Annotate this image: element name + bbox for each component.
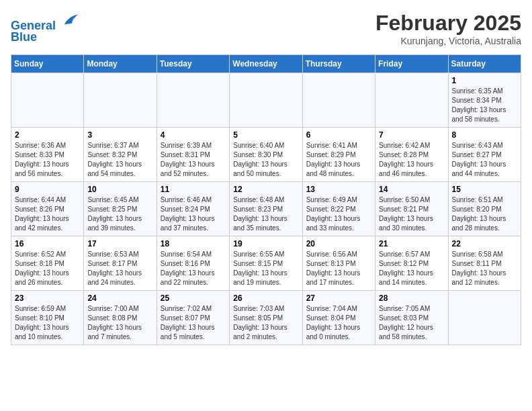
day-number: 7	[379, 130, 444, 140]
day-number: 14	[379, 185, 444, 194]
day-number: 24	[87, 293, 152, 303]
month-title: February 2025	[375, 11, 521, 36]
logo: General Blue	[11, 11, 79, 44]
day-info: Sunrise: 6:50 AM Sunset: 8:21 PM Dayligh…	[379, 195, 444, 233]
day-number: 25	[161, 293, 226, 303]
day-number: 5	[233, 130, 298, 140]
day-number: 11	[161, 185, 226, 194]
calendar-cell	[157, 73, 229, 128]
calendar-cell: 2Sunrise: 6:36 AM Sunset: 8:33 PM Daylig…	[11, 128, 84, 182]
day-number: 17	[87, 239, 152, 248]
page-header: General Blue February 2025 Kurunjang, Vi…	[11, 11, 521, 46]
calendar-week-1: 1Sunrise: 6:35 AM Sunset: 8:34 PM Daylig…	[11, 73, 521, 128]
day-info: Sunrise: 6:45 AM Sunset: 8:25 PM Dayligh…	[87, 195, 152, 233]
calendar-cell: 19Sunrise: 6:55 AM Sunset: 8:15 PM Dayli…	[230, 236, 302, 291]
calendar-cell: 26Sunrise: 7:03 AM Sunset: 8:05 PM Dayli…	[230, 291, 302, 345]
calendar-cell: 5Sunrise: 6:40 AM Sunset: 8:30 PM Daylig…	[230, 128, 302, 182]
day-info: Sunrise: 6:37 AM Sunset: 8:32 PM Dayligh…	[87, 141, 152, 179]
calendar-cell: 9Sunrise: 6:44 AM Sunset: 8:26 PM Daylig…	[11, 182, 84, 236]
day-info: Sunrise: 6:35 AM Sunset: 8:34 PM Dayligh…	[452, 87, 517, 124]
day-number: 13	[306, 185, 371, 194]
day-info: Sunrise: 7:03 AM Sunset: 8:05 PM Dayligh…	[233, 304, 298, 342]
calendar-cell: 4Sunrise: 6:39 AM Sunset: 8:31 PM Daylig…	[157, 128, 229, 182]
day-number: 2	[15, 130, 80, 140]
day-info: Sunrise: 6:48 AM Sunset: 8:23 PM Dayligh…	[233, 195, 298, 233]
calendar-cell	[11, 73, 84, 128]
calendar-cell: 16Sunrise: 6:52 AM Sunset: 8:18 PM Dayli…	[11, 236, 84, 291]
weekday-header-thursday: Thursday	[302, 55, 375, 73]
calendar-week-5: 23Sunrise: 6:59 AM Sunset: 8:10 PM Dayli…	[11, 291, 521, 345]
day-info: Sunrise: 6:43 AM Sunset: 8:27 PM Dayligh…	[452, 141, 517, 179]
day-number: 19	[233, 239, 298, 248]
calendar-cell: 21Sunrise: 6:57 AM Sunset: 8:12 PM Dayli…	[375, 236, 448, 291]
day-info: Sunrise: 6:46 AM Sunset: 8:24 PM Dayligh…	[161, 195, 226, 233]
calendar-cell: 6Sunrise: 6:41 AM Sunset: 8:29 PM Daylig…	[302, 128, 375, 182]
calendar-cell: 1Sunrise: 6:35 AM Sunset: 8:34 PM Daylig…	[448, 73, 521, 128]
calendar-week-4: 16Sunrise: 6:52 AM Sunset: 8:18 PM Dayli…	[11, 236, 521, 291]
day-info: Sunrise: 6:42 AM Sunset: 8:28 PM Dayligh…	[379, 141, 444, 179]
day-info: Sunrise: 6:41 AM Sunset: 8:29 PM Dayligh…	[306, 141, 371, 179]
day-number: 3	[87, 130, 152, 140]
calendar-cell: 10Sunrise: 6:45 AM Sunset: 8:25 PM Dayli…	[84, 182, 157, 236]
day-info: Sunrise: 6:44 AM Sunset: 8:26 PM Dayligh…	[15, 195, 80, 233]
calendar-cell: 27Sunrise: 7:04 AM Sunset: 8:04 PM Dayli…	[302, 291, 375, 345]
day-number: 15	[452, 185, 517, 194]
calendar-cell	[230, 73, 302, 128]
day-info: Sunrise: 6:52 AM Sunset: 8:18 PM Dayligh…	[15, 250, 80, 287]
day-info: Sunrise: 6:40 AM Sunset: 8:30 PM Dayligh…	[233, 141, 298, 179]
weekday-header-sunday: Sunday	[11, 55, 84, 73]
calendar-cell: 20Sunrise: 6:56 AM Sunset: 8:13 PM Dayli…	[302, 236, 375, 291]
calendar-cell	[84, 73, 157, 128]
day-number: 8	[452, 130, 517, 140]
location: Kurunjang, Victoria, Australia	[375, 36, 521, 46]
day-number: 6	[306, 130, 371, 140]
calendar-cell: 24Sunrise: 7:00 AM Sunset: 8:08 PM Dayli…	[84, 291, 157, 345]
calendar-cell: 18Sunrise: 6:54 AM Sunset: 8:16 PM Dayli…	[157, 236, 229, 291]
day-number: 21	[379, 239, 444, 248]
calendar-cell: 14Sunrise: 6:50 AM Sunset: 8:21 PM Dayli…	[375, 182, 448, 236]
day-number: 20	[306, 239, 371, 248]
day-info: Sunrise: 6:54 AM Sunset: 8:16 PM Dayligh…	[161, 250, 226, 287]
day-number: 10	[87, 185, 152, 194]
calendar-cell: 25Sunrise: 7:02 AM Sunset: 8:07 PM Dayli…	[157, 291, 229, 345]
day-number: 26	[233, 293, 298, 303]
calendar-cell: 28Sunrise: 7:05 AM Sunset: 8:03 PM Dayli…	[375, 291, 448, 345]
calendar-cell: 23Sunrise: 6:59 AM Sunset: 8:10 PM Dayli…	[11, 291, 84, 345]
day-info: Sunrise: 6:57 AM Sunset: 8:12 PM Dayligh…	[379, 250, 444, 287]
day-number: 4	[161, 130, 226, 140]
day-info: Sunrise: 6:55 AM Sunset: 8:15 PM Dayligh…	[233, 250, 298, 287]
calendar-week-3: 9Sunrise: 6:44 AM Sunset: 8:26 PM Daylig…	[11, 182, 521, 236]
calendar-cell: 12Sunrise: 6:48 AM Sunset: 8:23 PM Dayli…	[230, 182, 302, 236]
calendar-cell: 22Sunrise: 6:58 AM Sunset: 8:11 PM Dayli…	[448, 236, 521, 291]
calendar-cell	[448, 291, 521, 345]
calendar-cell	[375, 73, 448, 128]
calendar-cell: 11Sunrise: 6:46 AM Sunset: 8:24 PM Dayli…	[157, 182, 229, 236]
day-number: 23	[15, 293, 80, 303]
calendar-cell: 3Sunrise: 6:37 AM Sunset: 8:32 PM Daylig…	[84, 128, 157, 182]
day-number: 16	[15, 239, 80, 248]
day-info: Sunrise: 6:58 AM Sunset: 8:11 PM Dayligh…	[452, 250, 517, 287]
weekday-header-wednesday: Wednesday	[230, 55, 302, 73]
calendar-week-2: 2Sunrise: 6:36 AM Sunset: 8:33 PM Daylig…	[11, 128, 521, 182]
calendar-cell: 8Sunrise: 6:43 AM Sunset: 8:27 PM Daylig…	[448, 128, 521, 182]
day-info: Sunrise: 6:56 AM Sunset: 8:13 PM Dayligh…	[306, 250, 371, 287]
day-number: 12	[233, 185, 298, 194]
day-info: Sunrise: 7:02 AM Sunset: 8:07 PM Dayligh…	[161, 304, 226, 342]
day-info: Sunrise: 6:39 AM Sunset: 8:31 PM Dayligh…	[161, 141, 226, 179]
day-info: Sunrise: 6:51 AM Sunset: 8:20 PM Dayligh…	[452, 195, 517, 233]
weekday-header-row: SundayMondayTuesdayWednesdayThursdayFrid…	[11, 55, 521, 73]
day-info: Sunrise: 7:05 AM Sunset: 8:03 PM Dayligh…	[379, 304, 444, 342]
calendar-cell: 15Sunrise: 6:51 AM Sunset: 8:20 PM Dayli…	[448, 182, 521, 236]
calendar-cell: 7Sunrise: 6:42 AM Sunset: 8:28 PM Daylig…	[375, 128, 448, 182]
calendar-cell	[302, 73, 375, 128]
day-info: Sunrise: 6:49 AM Sunset: 8:22 PM Dayligh…	[306, 195, 371, 233]
calendar-cell: 17Sunrise: 6:53 AM Sunset: 8:17 PM Dayli…	[84, 236, 157, 291]
weekday-header-saturday: Saturday	[448, 55, 521, 73]
day-info: Sunrise: 6:36 AM Sunset: 8:33 PM Dayligh…	[15, 141, 80, 179]
day-info: Sunrise: 6:53 AM Sunset: 8:17 PM Dayligh…	[87, 250, 152, 287]
day-number: 18	[161, 239, 226, 248]
day-number: 28	[379, 293, 444, 303]
day-info: Sunrise: 7:04 AM Sunset: 8:04 PM Dayligh…	[306, 304, 371, 342]
weekday-header-friday: Friday	[375, 55, 448, 73]
calendar-table: SundayMondayTuesdayWednesdayThursdayFrid…	[11, 54, 521, 345]
